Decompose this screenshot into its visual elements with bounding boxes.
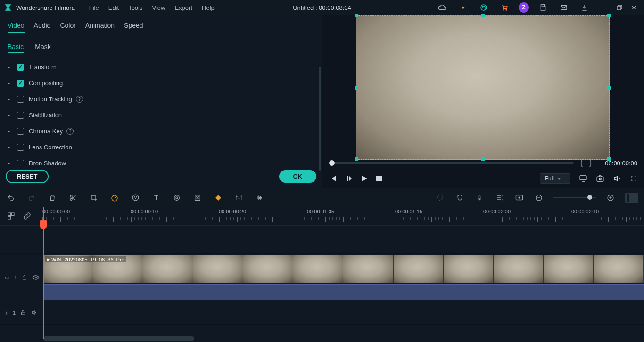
property-row-transform[interactable]: ▸ Transform xyxy=(4,59,322,75)
lock-icon[interactable] xyxy=(22,274,27,280)
undo-icon[interactable] xyxy=(6,193,16,203)
render-icon[interactable] xyxy=(435,193,445,203)
video-clip[interactable]: ▸WIN_20220805_19_08_36_Pro xyxy=(43,255,644,283)
property-row-lens-correction[interactable]: ▸ Lens Correction xyxy=(4,139,322,155)
help-icon[interactable]: ? xyxy=(66,128,74,135)
keyframe-icon[interactable] xyxy=(172,193,182,203)
property-checkbox[interactable] xyxy=(17,96,24,103)
property-checkbox[interactable] xyxy=(17,144,24,151)
resize-handle[interactable] xyxy=(607,86,611,90)
delete-icon[interactable] xyxy=(47,193,58,203)
scrub-handle[interactable] xyxy=(329,160,335,166)
audio-wave-icon[interactable] xyxy=(255,193,265,203)
resize-handle[interactable] xyxy=(355,86,358,90)
window-restore[interactable] xyxy=(613,1,626,14)
tab-speed[interactable]: Speed xyxy=(124,20,143,33)
audio-mixer-icon[interactable] xyxy=(494,193,504,203)
record-icon[interactable] xyxy=(514,193,524,203)
zoom-in-icon[interactable] xyxy=(605,193,616,203)
property-checkbox[interactable] xyxy=(17,128,24,135)
cloud-icon[interactable] xyxy=(436,1,449,14)
track-manage-icon[interactable] xyxy=(6,211,16,221)
tab-color[interactable]: Color xyxy=(60,20,75,33)
fullscreen-icon[interactable] xyxy=(630,175,637,182)
download-icon[interactable] xyxy=(578,1,591,14)
property-row-drop-shadow[interactable]: ▸ Drop Shadow xyxy=(4,155,322,165)
audio-clip[interactable] xyxy=(43,284,644,300)
resize-handle[interactable] xyxy=(607,14,611,17)
lock-icon[interactable] xyxy=(20,309,26,316)
reset-button[interactable]: RESET xyxy=(6,170,49,183)
window-close[interactable]: ✕ xyxy=(627,1,640,14)
marker-icon[interactable] xyxy=(213,193,223,203)
display-icon[interactable] xyxy=(579,174,587,183)
resize-handle[interactable] xyxy=(607,157,611,161)
shield-icon[interactable] xyxy=(454,193,465,203)
fit-icon[interactable] xyxy=(192,193,203,203)
property-checkbox[interactable] xyxy=(17,160,24,165)
timeline-horizontal-scrollbar[interactable] xyxy=(43,336,194,341)
volume-icon[interactable] xyxy=(613,174,621,183)
mark-in-out-icon[interactable]: {} xyxy=(580,159,599,167)
preview-quality-select[interactable]: Full ▾ xyxy=(540,173,570,184)
property-scrollbar[interactable] xyxy=(319,67,321,171)
cart-icon[interactable] xyxy=(498,1,511,14)
menu-export[interactable]: Export xyxy=(170,2,197,13)
voiceover-icon[interactable] xyxy=(474,193,485,203)
menu-file[interactable]: File xyxy=(84,2,104,13)
zoom-handle[interactable] xyxy=(587,195,592,200)
zoom-slider[interactable] xyxy=(553,197,596,198)
subtab-mask[interactable]: Mask xyxy=(35,42,50,53)
text-icon[interactable] xyxy=(151,193,161,203)
property-checkbox[interactable] xyxy=(17,64,24,71)
playhead[interactable] xyxy=(43,207,44,339)
property-row-motion-tracking[interactable]: ▸ Motion Tracking ? xyxy=(4,91,322,107)
resize-handle[interactable] xyxy=(481,14,485,17)
preview-frame[interactable] xyxy=(356,15,610,160)
mixer-icon[interactable] xyxy=(234,193,244,203)
property-row-stabilization[interactable]: ▸ Stabilization xyxy=(4,107,322,123)
property-list[interactable]: ▸ Transform ▸ Compositing ▸ Motion Track… xyxy=(0,57,322,165)
zoom-out-icon[interactable] xyxy=(534,193,544,203)
snapshot-icon[interactable] xyxy=(596,174,604,183)
timeline-ruler[interactable]: 00:00:00:0000:00:00:1000:00:00:2000:00:0… xyxy=(42,207,644,225)
subtab-basic[interactable]: Basic xyxy=(8,42,24,53)
ok-button[interactable]: OK xyxy=(279,170,317,183)
message-icon[interactable] xyxy=(557,1,570,14)
play-icon[interactable] xyxy=(361,175,368,182)
scrub-track[interactable] xyxy=(329,162,574,164)
menu-help[interactable]: Help xyxy=(197,2,219,13)
resize-handle[interactable] xyxy=(481,157,485,161)
crop-icon[interactable] xyxy=(89,193,99,203)
zoom-fit-icon[interactable] xyxy=(625,193,638,203)
property-checkbox[interactable] xyxy=(17,112,24,119)
link-icon[interactable] xyxy=(22,211,32,221)
help-icon[interactable]: ? xyxy=(76,96,83,103)
save-icon[interactable] xyxy=(537,1,550,14)
eye-icon[interactable] xyxy=(32,275,40,280)
tab-animation[interactable]: Animation xyxy=(85,20,115,33)
property-row-compositing[interactable]: ▸ Compositing xyxy=(4,75,322,91)
preview-canvas[interactable] xyxy=(322,15,644,157)
tab-video[interactable]: Video xyxy=(8,20,25,33)
property-row-chroma-key[interactable]: ▸ Chroma Key ? xyxy=(4,123,322,139)
stop-icon[interactable] xyxy=(376,176,382,181)
property-checkbox[interactable] xyxy=(17,80,24,87)
speed-icon[interactable] xyxy=(109,193,120,203)
resize-handle[interactable] xyxy=(355,157,358,161)
playhead-handle[interactable] xyxy=(40,220,47,229)
idea-icon[interactable]: ✦ xyxy=(456,1,470,14)
support-icon[interactable] xyxy=(477,1,490,14)
user-avatar[interactable]: Z xyxy=(519,2,529,13)
redo-icon[interactable] xyxy=(26,193,37,203)
tab-audio[interactable]: Audio xyxy=(34,20,51,33)
prev-frame-icon[interactable] xyxy=(329,175,337,182)
window-minimize[interactable]: ― xyxy=(599,1,612,14)
menu-edit[interactable]: Edit xyxy=(104,2,124,13)
split-icon[interactable] xyxy=(68,193,78,203)
menu-tools[interactable]: Tools xyxy=(124,2,147,13)
color-icon[interactable] xyxy=(130,193,140,203)
play-pause-icon[interactable] xyxy=(345,175,353,182)
resize-handle[interactable] xyxy=(355,14,358,17)
speaker-icon[interactable] xyxy=(31,309,38,316)
